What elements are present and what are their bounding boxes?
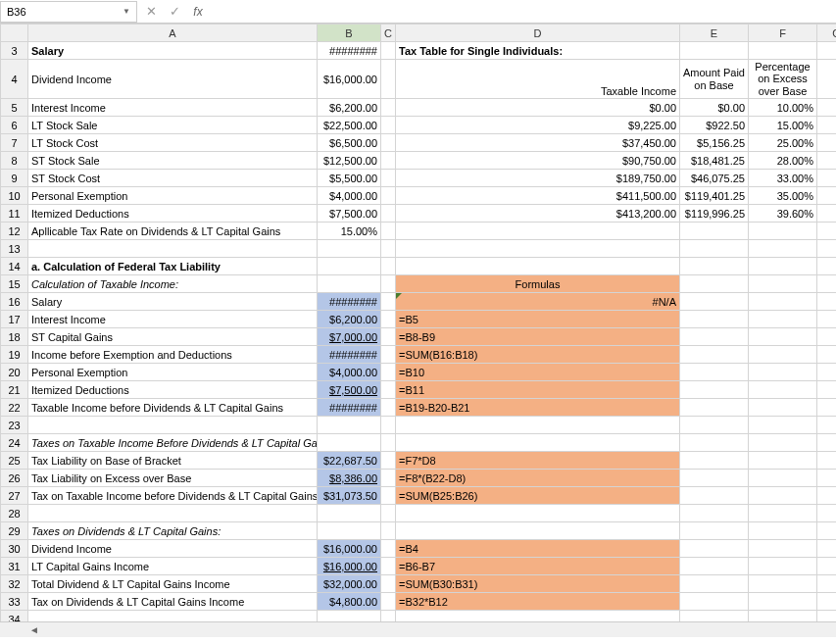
cell-A13[interactable] bbox=[28, 240, 318, 258]
row-header-13[interactable]: 13 bbox=[1, 240, 28, 258]
row-header-8[interactable]: 8 bbox=[1, 152, 28, 170]
cell-F21[interactable] bbox=[749, 381, 817, 399]
cell-B20[interactable]: $4,000.00 bbox=[318, 364, 381, 381]
cell-B12[interactable]: 15.00% bbox=[318, 223, 381, 240]
cell-G9[interactable] bbox=[817, 170, 837, 187]
cell-G6[interactable] bbox=[817, 117, 837, 134]
cell-D7[interactable]: $37,450.00 bbox=[396, 134, 680, 152]
cell-A25[interactable]: Tax Liability on Base of Bracket bbox=[28, 452, 318, 470]
cell-E30[interactable] bbox=[680, 540, 749, 558]
cell-F5[interactable]: 10.00% bbox=[749, 99, 817, 117]
row-header-16[interactable]: 16 bbox=[1, 293, 28, 311]
cancel-icon[interactable]: ✕ bbox=[141, 2, 161, 22]
spreadsheet-grid[interactable]: ABCDEFG 3Salary########Tax Table for Sin… bbox=[0, 24, 836, 621]
cell-C17[interactable] bbox=[381, 311, 396, 328]
cell-C8[interactable] bbox=[381, 152, 396, 170]
cell-E32[interactable] bbox=[680, 575, 749, 593]
cell-A22[interactable]: Taxable Income before Dividends & LT Cap… bbox=[28, 399, 318, 417]
cell-C20[interactable] bbox=[381, 364, 396, 381]
cell-B7[interactable]: $6,500.00 bbox=[318, 134, 381, 152]
cell-G18[interactable] bbox=[817, 328, 837, 346]
cell-G10[interactable] bbox=[817, 187, 837, 205]
cell-C12[interactable] bbox=[381, 223, 396, 240]
name-box[interactable]: B36 ▼ bbox=[0, 1, 137, 23]
cell-D28[interactable] bbox=[396, 505, 680, 522]
cell-E17[interactable] bbox=[680, 311, 749, 328]
cell-B32[interactable]: $32,000.00 bbox=[318, 575, 381, 593]
cell-E23[interactable] bbox=[680, 417, 749, 434]
cell-C15[interactable] bbox=[381, 275, 396, 293]
cell-F8[interactable]: 28.00% bbox=[749, 152, 817, 170]
name-box-dropdown-icon[interactable]: ▼ bbox=[123, 7, 130, 16]
cell-C30[interactable] bbox=[381, 540, 396, 558]
cell-B34[interactable] bbox=[318, 611, 381, 622]
cell-A17[interactable]: Interest Income bbox=[28, 311, 318, 328]
cell-F31[interactable] bbox=[749, 558, 817, 575]
cell-B11[interactable]: $7,500.00 bbox=[318, 205, 381, 223]
row-header-23[interactable]: 23 bbox=[1, 417, 28, 434]
cell-A34[interactable] bbox=[28, 611, 318, 622]
cell-C33[interactable] bbox=[381, 593, 396, 611]
cell-A31[interactable]: LT Capital Gains Income bbox=[28, 558, 318, 575]
cell-A28[interactable] bbox=[28, 505, 318, 522]
cell-B13[interactable] bbox=[318, 240, 381, 258]
cell-G28[interactable] bbox=[817, 505, 837, 522]
cell-F6[interactable]: 15.00% bbox=[749, 117, 817, 134]
cell-D27[interactable]: =SUM(B25:B26) bbox=[396, 487, 680, 505]
cell-C18[interactable] bbox=[381, 328, 396, 346]
cell-A12[interactable]: Apllicable Tax Rate on Dividends & LT Ca… bbox=[28, 223, 318, 240]
cell-B22[interactable]: ######## bbox=[318, 399, 381, 417]
cell-F13[interactable] bbox=[749, 240, 817, 258]
cell-E19[interactable] bbox=[680, 346, 749, 364]
cell-E33[interactable] bbox=[680, 593, 749, 611]
cell-G7[interactable] bbox=[817, 134, 837, 152]
cell-E21[interactable] bbox=[680, 381, 749, 399]
cell-D12[interactable] bbox=[396, 223, 680, 240]
row-header-21[interactable]: 21 bbox=[1, 381, 28, 399]
cell-C24[interactable] bbox=[381, 434, 396, 452]
row-header-34[interactable]: 34 bbox=[1, 611, 28, 622]
cell-A6[interactable]: LT Stock Sale bbox=[28, 117, 318, 134]
cell-C23[interactable] bbox=[381, 417, 396, 434]
cell-G24[interactable] bbox=[817, 434, 837, 452]
cell-G33[interactable] bbox=[817, 593, 837, 611]
cell-D19[interactable]: =SUM(B16:B18) bbox=[396, 346, 680, 364]
cell-G12[interactable] bbox=[817, 223, 837, 240]
cell-A14[interactable]: a. Calculation of Federal Tax Liability bbox=[28, 258, 318, 275]
row-header-17[interactable]: 17 bbox=[1, 311, 28, 328]
row-header-30[interactable]: 30 bbox=[1, 540, 28, 558]
cell-C14[interactable] bbox=[381, 258, 396, 275]
cell-C21[interactable] bbox=[381, 381, 396, 399]
cell-C29[interactable] bbox=[381, 522, 396, 540]
cell-F25[interactable] bbox=[749, 452, 817, 470]
cell-B25[interactable]: $22,687.50 bbox=[318, 452, 381, 470]
cell-G27[interactable] bbox=[817, 487, 837, 505]
cell-B24[interactable] bbox=[318, 434, 381, 452]
cell-F11[interactable]: 39.60% bbox=[749, 205, 817, 223]
cell-F30[interactable] bbox=[749, 540, 817, 558]
column-header-G[interactable]: G bbox=[817, 25, 837, 42]
cell-B31[interactable]: $16,000.00 bbox=[318, 558, 381, 575]
cell-B23[interactable] bbox=[318, 417, 381, 434]
row-header-27[interactable]: 27 bbox=[1, 487, 28, 505]
cell-B10[interactable]: $4,000.00 bbox=[318, 187, 381, 205]
cell-B9[interactable]: $5,500.00 bbox=[318, 170, 381, 187]
cell-C16[interactable] bbox=[381, 293, 396, 311]
cell-E4[interactable]: Amount Paid on Base bbox=[680, 60, 749, 99]
cell-C26[interactable] bbox=[381, 470, 396, 487]
row-header-9[interactable]: 9 bbox=[1, 170, 28, 187]
cell-D34[interactable] bbox=[396, 611, 680, 622]
row-header-31[interactable]: 31 bbox=[1, 558, 28, 575]
cell-A20[interactable]: Personal Exemption bbox=[28, 364, 318, 381]
cell-D31[interactable]: =B6-B7 bbox=[396, 558, 680, 575]
cell-A9[interactable]: ST Stock Cost bbox=[28, 170, 318, 187]
cell-F18[interactable] bbox=[749, 328, 817, 346]
cell-B29[interactable] bbox=[318, 522, 381, 540]
cell-A23[interactable] bbox=[28, 417, 318, 434]
cell-D23[interactable] bbox=[396, 417, 680, 434]
cell-A21[interactable]: Itemized Deductions bbox=[28, 381, 318, 399]
cell-A30[interactable]: Dividend Income bbox=[28, 540, 318, 558]
row-header-4[interactable]: 4 bbox=[1, 60, 28, 99]
cell-F26[interactable] bbox=[749, 470, 817, 487]
cell-E22[interactable] bbox=[680, 399, 749, 417]
